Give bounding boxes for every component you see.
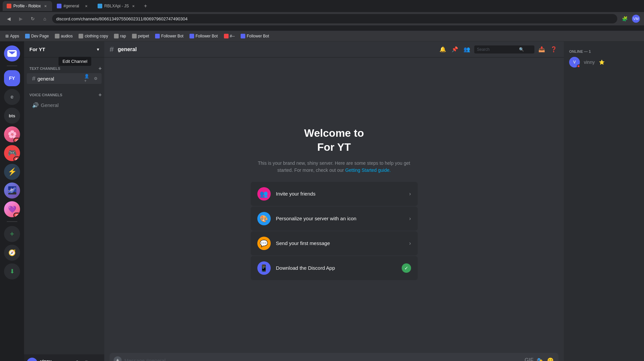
- profile-button[interactable]: VM: [632, 15, 640, 23]
- channel-name-general: general: [37, 76, 54, 82]
- member-name-vinny: vinny: [584, 59, 595, 65]
- bookmark-hash[interactable]: #--: [221, 32, 238, 40]
- bookmark-petpet[interactable]: petpet: [129, 32, 152, 40]
- server-icon-pink2[interactable]: 💜 29: [4, 201, 20, 217]
- sticker-icon[interactable]: 🎭: [536, 356, 544, 361]
- message-input-field[interactable]: [124, 358, 522, 361]
- tab-rblxapi[interactable]: RBLXApi - JS ✕: [94, 1, 140, 11]
- server-icon-purple[interactable]: ⚡: [4, 164, 20, 180]
- search-bar[interactable]: 🔍: [474, 45, 534, 53]
- tab-label-general: #general: [63, 4, 79, 8]
- address-url: discord.com/channels/806613497550602311/…: [56, 16, 187, 21]
- member-badge-vinny: ⭐: [599, 59, 605, 65]
- online-members-category: ONLINE — 1: [566, 47, 641, 55]
- add-server-button[interactable]: +: [4, 226, 20, 242]
- reload-button[interactable]: ↻: [28, 14, 37, 23]
- tab-close-general[interactable]: ✕: [84, 3, 89, 9]
- server-icon-red[interactable]: 🎮 44: [4, 145, 20, 161]
- add-text-channel-icon[interactable]: +: [99, 66, 102, 72]
- tab-general[interactable]: #general ✕: [53, 1, 93, 11]
- gif-icon[interactable]: GIF: [525, 356, 533, 361]
- member-item-vinny[interactable]: V vinny ⭐: [566, 55, 641, 70]
- channel-item-voice-general[interactable]: 🔊 General: [27, 100, 102, 110]
- action-card-personalize[interactable]: 🎨 Personalize your server with an icon ›: [251, 207, 418, 231]
- bookmark-petpet-favicon: [132, 34, 137, 38]
- help-icon[interactable]: ❓: [549, 45, 558, 54]
- welcome-title-line1: Welcome to: [304, 127, 364, 139]
- server-name: For YT: [29, 46, 45, 52]
- home-button[interactable]: ⌂: [40, 14, 49, 23]
- bookmark-followerbot2-label: Follower Bot: [196, 34, 218, 38]
- add-voice-channel-icon[interactable]: +: [99, 92, 102, 98]
- bookmark-followerbot1[interactable]: Follower Bot: [152, 32, 186, 40]
- tab-close-roblox[interactable]: ✕: [43, 3, 48, 9]
- tab-bar: Profile - Roblox ✕ #general ✕ RBLXApi - …: [0, 0, 644, 12]
- bookmark-devpage[interactable]: Dev Page: [22, 32, 51, 40]
- voice-channels-category: VOICE CHANNELS +: [24, 87, 104, 99]
- new-tab-button[interactable]: +: [141, 1, 150, 11]
- mute-icon[interactable]: 🎤: [71, 358, 80, 361]
- chevron-right-invite: ›: [409, 191, 411, 197]
- deafen-icon[interactable]: 🎧: [82, 358, 91, 361]
- members-icon[interactable]: 👥: [462, 45, 472, 54]
- add-member-channel-icon[interactable]: 👤+: [84, 75, 91, 82]
- emoji-icon[interactable]: 😊: [546, 356, 554, 361]
- server-icon-bts[interactable]: bts: [4, 108, 20, 124]
- bookmark-followerbot1-label: Follower Bot: [161, 34, 183, 38]
- action-card-invite[interactable]: 👥 Invite your friends ›: [251, 182, 418, 206]
- server-icon-e[interactable]: e: [4, 89, 20, 105]
- channel-header: # general 🔔 📌 👥 🔍 📥 ❓: [104, 41, 564, 57]
- bookmark-apps-label: Apps: [10, 34, 19, 38]
- settings-icon[interactable]: ⚙: [92, 358, 102, 361]
- bookmark-rap-label: rap: [120, 34, 126, 38]
- direct-messages-icon[interactable]: [4, 45, 20, 62]
- discover-button[interactable]: 🧭: [4, 245, 20, 261]
- personalize-icon: 🎨: [257, 212, 271, 225]
- server-divider: [7, 66, 17, 66]
- pin-icon[interactable]: 📌: [450, 45, 460, 54]
- bookmark-followerbot1-favicon: [155, 34, 160, 38]
- voice-channel-name: General: [41, 102, 58, 108]
- bookmark-rap[interactable]: rap: [111, 32, 128, 40]
- channel-item-general[interactable]: # general 👤+ ⚙: [27, 73, 102, 84]
- extensions-button[interactable]: 🧩: [620, 14, 629, 23]
- user-avatar[interactable]: V: [27, 358, 37, 361]
- bookmark-hash-favicon: [224, 34, 229, 38]
- bookmark-followerbot2[interactable]: Follower Bot: [187, 32, 221, 40]
- invite-label: Invite your friends: [276, 191, 404, 197]
- server-icon-fy[interactable]: FY: [4, 70, 20, 86]
- welcome-title: Welcome to For YT: [304, 126, 364, 154]
- back-button[interactable]: ◀: [4, 14, 13, 23]
- message-icons: GIF 🎭 😊: [525, 356, 554, 361]
- bookmark-followerbot3[interactable]: Follower Bot: [238, 32, 272, 40]
- server-header[interactable]: For YT ▾: [24, 41, 104, 57]
- channel-sidebar: For YT ▾ TEXT CHANNELS + # general 👤+ ⚙ …: [24, 41, 104, 361]
- notification-bell-icon[interactable]: 🔔: [438, 45, 447, 54]
- action-card-message[interactable]: 💬 Send your first message ›: [251, 231, 418, 255]
- address-bar-row: ◀ ▶ ↻ ⌂ discord.com/channels/80661349755…: [0, 12, 644, 25]
- bookmarks-bar: ⊞ Apps Dev Page audios clothing copy rap…: [0, 31, 644, 41]
- bookmark-followerbot2-favicon: [189, 34, 194, 38]
- address-bar-icons: 🧩 VM: [620, 14, 640, 23]
- getting-started-link[interactable]: Getting Started guide.: [345, 167, 391, 173]
- server-icon-pink[interactable]: 🌸 15: [4, 126, 20, 142]
- server-icon-galaxy[interactable]: 🌌: [4, 183, 20, 199]
- bookmark-apps[interactable]: ⊞ Apps: [3, 32, 22, 40]
- search-input[interactable]: [477, 47, 517, 52]
- action-card-download[interactable]: 📱 Download the Discord App ✓: [251, 256, 418, 280]
- inbox-icon[interactable]: 📥: [537, 45, 546, 54]
- download-button[interactable]: ⬇: [4, 263, 20, 279]
- tab-close-rblxapi[interactable]: ✕: [131, 3, 136, 9]
- bookmark-clothing-label: clothing copy: [85, 34, 108, 38]
- bookmark-petpet-label: petpet: [138, 34, 149, 38]
- bookmark-devpage-label: Dev Page: [31, 34, 49, 38]
- edit-channel-icon[interactable]: ⚙: [92, 75, 99, 82]
- address-bar[interactable]: discord.com/channels/806613497550602311/…: [52, 14, 617, 23]
- bookmark-devpage-favicon: [25, 34, 30, 38]
- tab-roblox[interactable]: Profile - Roblox ✕: [3, 1, 52, 11]
- forward-button[interactable]: ▶: [16, 14, 25, 23]
- attach-button[interactable]: +: [114, 356, 122, 361]
- bookmark-audios[interactable]: audios: [52, 32, 75, 40]
- text-channels-category: TEXT CHANNELS +: [24, 60, 104, 73]
- bookmark-clothing[interactable]: clothing copy: [76, 32, 111, 40]
